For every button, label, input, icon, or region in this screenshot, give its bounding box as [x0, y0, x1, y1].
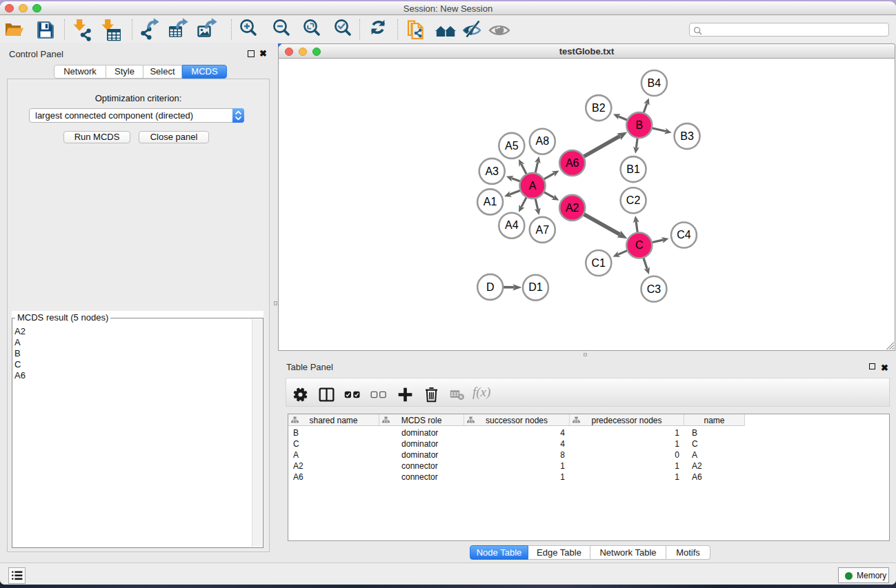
svg-text:A8: A8 — [536, 135, 550, 147]
svg-text:A2: A2 — [566, 202, 579, 214]
svg-text:C2: C2 — [626, 194, 641, 206]
svg-text:C: C — [635, 239, 644, 251]
svg-text:C4: C4 — [677, 229, 691, 241]
svg-text:B3: B3 — [680, 130, 694, 142]
svg-text:B4: B4 — [648, 77, 661, 89]
svg-text:B2: B2 — [592, 102, 606, 114]
svg-text:D: D — [486, 281, 495, 293]
svg-text:A3: A3 — [485, 165, 499, 177]
svg-text:A4: A4 — [505, 219, 519, 231]
svg-text:A6: A6 — [566, 157, 579, 169]
svg-text:B: B — [635, 119, 643, 131]
svg-text:B1: B1 — [626, 163, 640, 175]
svg-text:A1: A1 — [484, 196, 497, 207]
svg-text:D1: D1 — [528, 281, 543, 293]
svg-text:A: A — [529, 180, 537, 192]
svg-text:C3: C3 — [647, 283, 661, 295]
svg-text:A7: A7 — [536, 224, 550, 236]
svg-text:C1: C1 — [592, 257, 606, 269]
svg-text:A5: A5 — [505, 140, 519, 152]
